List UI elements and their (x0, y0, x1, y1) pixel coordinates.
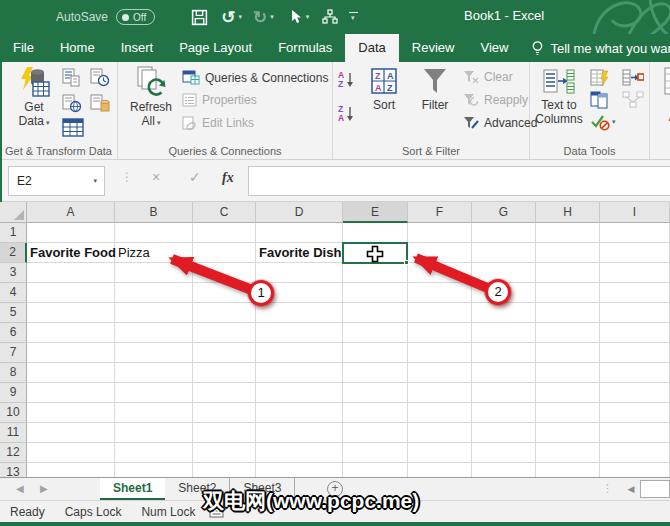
cell-D5[interactable] (256, 303, 343, 323)
cell-H3[interactable] (536, 263, 600, 283)
row-header-13[interactable]: 13 (0, 463, 27, 477)
recent-sources-icon[interactable] (90, 68, 110, 88)
column-header-I[interactable]: I (600, 202, 670, 223)
row-header-11[interactable]: 11 (0, 423, 27, 443)
cell-F4[interactable] (408, 283, 472, 303)
cell-H8[interactable] (536, 363, 600, 383)
cell-I2[interactable] (600, 243, 670, 263)
cell-I9[interactable] (600, 383, 670, 403)
column-header-E[interactable]: E (343, 202, 408, 223)
cell-H7[interactable] (536, 343, 600, 363)
cell-A4[interactable] (27, 283, 115, 303)
cell-E5[interactable] (343, 303, 408, 323)
cell-E13[interactable] (343, 463, 408, 477)
cell-H5[interactable] (536, 303, 600, 323)
column-header-C[interactable]: C (193, 202, 256, 223)
cell-I6[interactable] (600, 323, 670, 343)
cell-D12[interactable] (256, 443, 343, 463)
cell-I5[interactable] (600, 303, 670, 323)
cell-E1[interactable] (343, 223, 408, 243)
cell-D9[interactable] (256, 383, 343, 403)
cell-C8[interactable] (193, 363, 256, 383)
cell-B11[interactable] (115, 423, 193, 443)
row-header-3[interactable]: 3 (0, 263, 27, 283)
tab-home[interactable]: Home (47, 34, 108, 62)
flash-fill-icon[interactable] (590, 69, 610, 87)
tab-insert[interactable]: Insert (108, 34, 167, 62)
cell-D7[interactable] (256, 343, 343, 363)
cell-F12[interactable] (408, 443, 472, 463)
from-web-icon[interactable] (62, 94, 82, 114)
cell-E8[interactable] (343, 363, 408, 383)
select-all-corner[interactable] (0, 202, 27, 223)
cell-F1[interactable] (408, 223, 472, 243)
advanced-filter-button[interactable]: Advanced (463, 116, 537, 130)
row-header-8[interactable]: 8 (0, 363, 27, 383)
cell-H11[interactable] (536, 423, 600, 443)
column-header-B[interactable]: B (115, 202, 193, 223)
cell-B3[interactable] (115, 263, 193, 283)
cell-E12[interactable] (343, 443, 408, 463)
cell-A2[interactable]: Favorite Food (27, 243, 115, 263)
queries-connections-button[interactable]: Queries & Connections (182, 70, 328, 85)
redo-dropdown-icon[interactable]: ▾ (270, 13, 274, 21)
cell-I13[interactable] (600, 463, 670, 477)
cell-G13[interactable] (472, 463, 536, 477)
cell-I8[interactable] (600, 363, 670, 383)
undo-icon[interactable]: ↺ (221, 9, 235, 26)
cell-D11[interactable] (256, 423, 343, 443)
cell-E7[interactable] (343, 343, 408, 363)
cell-H12[interactable] (536, 443, 600, 463)
cell-A9[interactable] (27, 383, 115, 403)
cell-H9[interactable] (536, 383, 600, 403)
column-header-D[interactable]: D (256, 202, 343, 223)
cell-B1[interactable] (115, 223, 193, 243)
cell-F6[interactable] (408, 323, 472, 343)
cell-E9[interactable] (343, 383, 408, 403)
cell-A10[interactable] (27, 403, 115, 423)
cell-H6[interactable] (536, 323, 600, 343)
cell-C1[interactable] (193, 223, 256, 243)
tab-data[interactable]: Data (345, 34, 398, 62)
sheet-nav-right-icon[interactable]: ▶ (40, 483, 48, 494)
cell-G7[interactable] (472, 343, 536, 363)
cell-I7[interactable] (600, 343, 670, 363)
tell-me-box[interactable]: Tell me what you wan (521, 34, 670, 62)
cell-G10[interactable] (472, 403, 536, 423)
cell-G5[interactable] (472, 303, 536, 323)
from-text-csv-icon[interactable] (62, 68, 80, 88)
diagram-icon[interactable] (322, 9, 338, 25)
cell-F11[interactable] (408, 423, 472, 443)
cell-I4[interactable] (600, 283, 670, 303)
cell-A8[interactable] (27, 363, 115, 383)
cell-C3[interactable] (193, 263, 256, 283)
text-to-columns-button[interactable]: Text to Columns (534, 66, 584, 127)
tab-view[interactable]: View (467, 34, 521, 62)
cell-C4[interactable] (193, 283, 256, 303)
sort-button[interactable]: Z A A Z Sort (363, 66, 405, 112)
cell-H10[interactable] (536, 403, 600, 423)
tab-page-layout[interactable]: Page Layout (166, 34, 265, 62)
row-header-5[interactable]: 5 (0, 303, 27, 323)
cell-G9[interactable] (472, 383, 536, 403)
cell-E4[interactable] (343, 283, 408, 303)
cell-E6[interactable] (343, 323, 408, 343)
column-header-A[interactable]: A (27, 202, 115, 223)
cell-G11[interactable] (472, 423, 536, 443)
cell-B13[interactable] (115, 463, 193, 477)
cell-F3[interactable] (408, 263, 472, 283)
cell-G6[interactable] (472, 323, 536, 343)
cell-F5[interactable] (408, 303, 472, 323)
undo-dropdown-icon[interactable]: ▾ (238, 13, 242, 21)
cell-H1[interactable] (536, 223, 600, 243)
cell-A5[interactable] (27, 303, 115, 323)
consolidate-icon[interactable] (622, 69, 644, 87)
formula-input[interactable] (248, 166, 670, 196)
cell-C11[interactable] (193, 423, 256, 443)
cell-D2[interactable]: Favorite Dish (256, 243, 343, 263)
cell-I3[interactable] (600, 263, 670, 283)
cell-I1[interactable] (600, 223, 670, 243)
cell-H4[interactable] (536, 283, 600, 303)
cell-H13[interactable] (536, 463, 600, 477)
cell-C5[interactable] (193, 303, 256, 323)
